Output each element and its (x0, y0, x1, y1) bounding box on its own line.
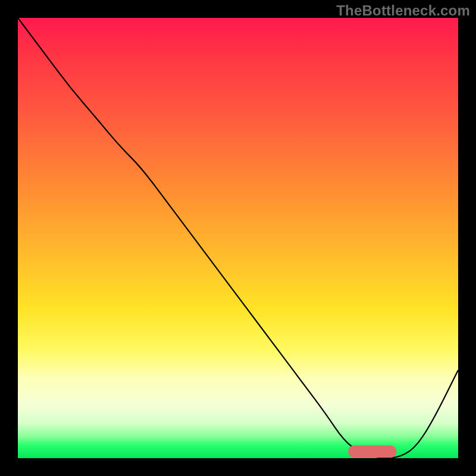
chart-svg (18, 18, 458, 458)
optimal-range-marker (348, 446, 396, 458)
bottleneck-curve (18, 18, 458, 458)
watermark-text: TheBottleneck.com (336, 2, 470, 19)
plot-area (18, 18, 458, 458)
chart-frame: TheBottleneck.com (0, 0, 476, 476)
